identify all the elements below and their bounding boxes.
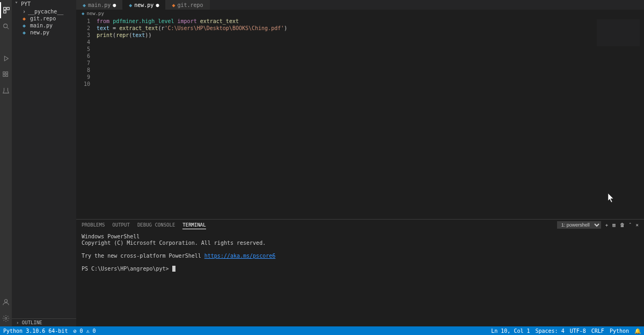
accounts-icon[interactable]	[0, 294, 12, 310]
tree-item[interactable]: ◆main.py	[12, 22, 76, 29]
svg-marker-5	[4, 56, 8, 61]
svg-rect-6	[3, 72, 5, 74]
extensions-icon[interactable]	[0, 67, 12, 83]
svg-point-10	[4, 300, 7, 302]
tabs-bar: ◆main.py● ◆new.py● ◆git.repo	[76, 0, 644, 10]
editor-content[interactable]: 12345678910 from pdfminer.high_level imp…	[76, 17, 644, 219]
debug-icon[interactable]	[0, 50, 12, 67]
svg-rect-0	[4, 8, 6, 10]
svg-rect-9	[6, 75, 8, 77]
svg-rect-2	[4, 11, 6, 13]
testing-icon[interactable]	[0, 83, 12, 99]
status-ln[interactable]: Ln 10, Col 1	[491, 328, 530, 334]
outline-section[interactable]: › OUTLINE	[12, 318, 76, 326]
maximize-panel-icon[interactable]: ˄	[629, 222, 632, 228]
tree-item[interactable]: ◆new.py	[12, 29, 76, 36]
gutter: 12345678910	[76, 17, 97, 219]
panel-tabs: PROBLEMS OUTPUT DEBUG CONSOLE TERMINAL 1…	[76, 220, 644, 230]
svg-point-3	[4, 24, 8, 28]
svg-rect-1	[7, 8, 9, 10]
status-eol[interactable]: CRLF	[591, 328, 604, 334]
search-icon[interactable]	[0, 18, 12, 34]
tab-debugconsole[interactable]: DEBUG CONSOLE	[137, 221, 175, 229]
pscore-link[interactable]: https://aka.ms/pscore6	[204, 253, 275, 259]
folder-root[interactable]: ˅ PYT	[12, 0, 76, 8]
status-bar: Python 3.10.6 64-bit ⊘ 0 ⚠ 0 Ln 10, Col …	[0, 326, 644, 335]
code-body[interactable]: from pdfminer.high_level import extract_…	[97, 17, 644, 219]
status-lang[interactable]: Python	[610, 328, 629, 334]
split-terminal-icon[interactable]: ▥	[612, 222, 615, 228]
explorer-icon[interactable]	[0, 2, 12, 18]
minimap[interactable]	[597, 19, 640, 46]
status-errors[interactable]: ⊘ 0 ⚠ 0	[73, 328, 96, 334]
tab-gitrepo[interactable]: ◆git.repo	[165, 0, 209, 10]
breadcrumb[interactable]: ◆new.py	[76, 10, 644, 17]
tree-item[interactable]: ◆git.repo	[12, 15, 76, 22]
terminal-body[interactable]: Windows PowerShellCopyright (C) Microsof…	[76, 230, 644, 326]
status-bell-icon[interactable]: 🔔	[634, 328, 641, 334]
status-python[interactable]: Python 3.10.6 64-bit	[3, 328, 68, 334]
sidebar: ˅ PYT ›__pycache__ ◆git.repo ◆main.py ◆n…	[12, 0, 76, 326]
tab-new[interactable]: ◆new.py●	[122, 0, 165, 10]
svg-rect-8	[3, 75, 5, 77]
activity-bar	[0, 0, 12, 326]
panel: PROBLEMS OUTPUT DEBUG CONSOLE TERMINAL 1…	[76, 219, 644, 326]
tab-main[interactable]: ◆main.py●	[76, 0, 122, 10]
status-spaces[interactable]: Spaces: 4	[535, 328, 564, 334]
settings-icon[interactable]	[0, 310, 12, 326]
status-encoding[interactable]: UTF-8	[570, 328, 586, 334]
tree-item[interactable]: ›__pycache__	[12, 8, 76, 15]
tab-output[interactable]: OUTPUT	[112, 221, 130, 229]
svg-line-4	[7, 27, 9, 30]
new-terminal-icon[interactable]: +	[605, 222, 608, 228]
tab-terminal[interactable]: TERMINAL	[182, 221, 206, 229]
terminal-select[interactable]: 1: powershell	[557, 221, 601, 229]
close-panel-icon[interactable]: ✕	[636, 222, 639, 228]
svg-point-11	[5, 317, 7, 319]
svg-rect-7	[6, 72, 8, 74]
editor-area: ◆main.py● ◆new.py● ◆git.repo ◆new.py 123…	[76, 0, 644, 326]
kill-terminal-icon[interactable]: 🗑	[620, 222, 625, 228]
tab-problems[interactable]: PROBLEMS	[82, 221, 105, 229]
